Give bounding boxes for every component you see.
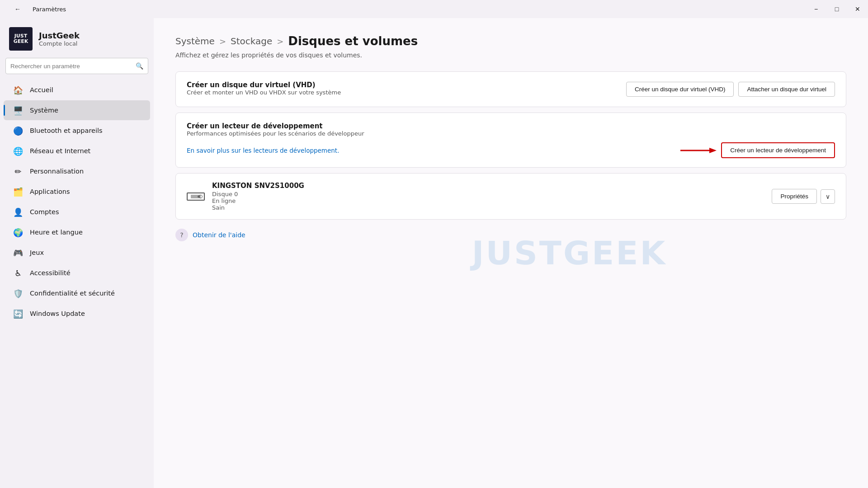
help-icon: ? <box>175 229 188 241</box>
page-title: Disques et volumes <box>288 34 418 48</box>
titlebar: ← Paramètres − □ ✕ <box>0 0 868 18</box>
breadcrumb-sep2: > <box>277 37 283 46</box>
logo-image: JUSTGEEK <box>9 27 33 51</box>
disk-card: KINGSTON SNV2S1000G Disque 0 En ligne Sa… <box>175 173 846 220</box>
sidebar-label-systeme: Système <box>30 107 58 114</box>
minimize-button[interactable]: − <box>806 2 826 16</box>
sidebar-item-bluetooth[interactable]: 🔵 Bluetooth et appareils <box>4 121 150 141</box>
back-button[interactable]: ← <box>7 2 28 16</box>
disk-info: KINGSTON SNV2S1000G Disque 0 En ligne Sa… <box>212 182 764 211</box>
privacy-icon: 🛡️ <box>13 288 24 299</box>
sidebar-label-jeux: Jeux <box>30 249 44 256</box>
logo-area: JUSTGEEK JustGeek Compte local <box>0 18 154 58</box>
sidebar-nav: 🏠 Accueil 🖥️ Système 🔵 Bluetooth et appa… <box>0 80 154 324</box>
dev-drive-card: Créer un lecteur de développement Perfor… <box>175 113 846 168</box>
vhd-card-title: Créer un disque dur virtuel (VHD) <box>187 81 341 89</box>
dev-card-desc: Performances optimisées pour les scénari… <box>187 130 835 137</box>
accounts-icon: 👤 <box>13 206 24 217</box>
vhd-card: Créer un disque dur virtuel (VHD) Créer … <box>175 71 846 107</box>
disk-name: KINGSTON SNV2S1000G <box>212 182 764 190</box>
close-button[interactable]: ✕ <box>847 2 868 16</box>
sidebar-item-confidentialite[interactable]: 🛡️ Confidentialité et sécurité <box>4 283 150 303</box>
chevron-down-icon: ∨ <box>826 193 830 200</box>
red-arrow-icon <box>680 145 717 156</box>
home-icon: 🏠 <box>13 84 24 95</box>
applications-icon: 🗂️ <box>13 186 24 197</box>
logo-text: JUSTGEEK <box>14 33 28 44</box>
sidebar-item-systeme[interactable]: 🖥️ Système <box>4 100 150 120</box>
vhd-card-actions: Créer un disque dur virtuel (VHD) Attach… <box>626 82 835 97</box>
search-box[interactable]: 🔍 <box>5 58 148 74</box>
disk-actions: Propriétés ∨ <box>772 189 835 204</box>
bluetooth-icon: 🔵 <box>13 125 24 136</box>
system-icon: 🖥️ <box>13 105 24 116</box>
sidebar-item-reseau[interactable]: 🌐 Réseau et Internet <box>4 141 150 161</box>
sidebar-label-windows-update: Windows Update <box>30 310 85 317</box>
sidebar: JUSTGEEK JustGeek Compte local 🔍 🏠 Accue… <box>0 18 154 488</box>
sidebar-item-heure[interactable]: 🌍 Heure et langue <box>4 222 150 242</box>
dev-learn-more-link[interactable]: En savoir plus sur les lecteurs de dével… <box>187 147 339 154</box>
sidebar-label-personnalisation: Personnalisation <box>30 168 84 175</box>
page-subtitle: Affichez et gérez les propriétés de vos … <box>175 52 846 59</box>
sidebar-label-bluetooth: Bluetooth et appareils <box>30 127 103 134</box>
search-container: 🔍 <box>0 58 154 80</box>
user-name: JustGeek <box>39 31 80 40</box>
sidebar-item-accessibilite[interactable]: ♿ Accessibilité <box>4 263 150 283</box>
sidebar-item-accueil[interactable]: 🏠 Accueil <box>4 80 150 100</box>
accessibility-icon: ♿ <box>13 267 24 278</box>
maximize-button[interactable]: □ <box>826 2 847 16</box>
search-input[interactable] <box>10 63 132 70</box>
breadcrumb: Système > Stockage > Disques et volumes <box>175 34 846 48</box>
help-link[interactable]: Obtenir de l'aide <box>193 231 245 239</box>
breadcrumb-sep1: > <box>219 37 226 46</box>
window-controls: − □ ✕ <box>806 2 868 16</box>
create-vhd-button[interactable]: Créer un disque dur virtuel (VHD) <box>626 82 734 97</box>
sidebar-item-applications[interactable]: 🗂️ Applications <box>4 182 150 202</box>
breadcrumb-stockage: Stockage <box>231 36 272 47</box>
sidebar-label-heure: Heure et langue <box>30 229 83 236</box>
disk-line2: En ligne <box>212 197 236 204</box>
personalization-icon: ✏️ <box>13 166 24 177</box>
titlebar-title: Paramètres <box>33 6 66 13</box>
dev-create-area: Créer un lecteur de développement <box>680 142 835 158</box>
vhd-card-desc: Créer et monter un VHD ou VHDX sur votre… <box>187 89 341 96</box>
minimize-icon: − <box>814 5 818 13</box>
main-content: JUSTGEEK Système > Stockage > Disques et… <box>154 18 868 488</box>
sidebar-label-confidentialite: Confidentialité et sécurité <box>30 290 115 297</box>
gaming-icon: 🎮 <box>13 247 24 258</box>
sidebar-label-accueil: Accueil <box>30 86 53 94</box>
disk-properties-button[interactable]: Propriétés <box>772 189 817 204</box>
network-icon: 🌐 <box>13 145 24 156</box>
sidebar-item-personnalisation[interactable]: ✏️ Personnalisation <box>4 161 150 181</box>
breadcrumb-systeme: Système <box>175 36 215 47</box>
dev-card-title: Créer un lecteur de développement <box>187 122 835 130</box>
disk-expand-button[interactable]: ∨ <box>821 189 835 204</box>
sidebar-label-accessibilite: Accessibilité <box>30 269 71 277</box>
maximize-icon: □ <box>835 5 839 13</box>
search-icon: 🔍 <box>136 62 143 70</box>
help-row: ? Obtenir de l'aide <box>175 229 846 241</box>
sidebar-item-windows-update[interactable]: 🔄 Windows Update <box>4 304 150 324</box>
sidebar-label-reseau: Réseau et Internet <box>30 147 90 155</box>
sidebar-label-applications: Applications <box>30 188 70 195</box>
disk-icon <box>187 192 205 201</box>
sidebar-item-jeux[interactable]: 🎮 Jeux <box>4 243 150 263</box>
time-icon: 🌍 <box>13 227 24 238</box>
windows-update-icon: 🔄 <box>13 308 24 319</box>
attach-vhd-button[interactable]: Attacher un disque dur virtuel <box>738 82 835 97</box>
sidebar-label-comptes: Comptes <box>30 208 59 216</box>
user-account-type: Compte local <box>39 40 80 47</box>
create-dev-drive-button[interactable]: Créer un lecteur de développement <box>721 142 835 158</box>
disk-line3: Sain <box>212 204 225 211</box>
sidebar-item-comptes[interactable]: 👤 Comptes <box>4 202 150 222</box>
svg-marker-1 <box>709 148 717 153</box>
disk-details: Disque 0 En ligne Sain <box>212 191 764 211</box>
disk-line1: Disque 0 <box>212 191 238 197</box>
close-icon: ✕ <box>855 5 860 13</box>
back-icon: ← <box>14 5 21 13</box>
